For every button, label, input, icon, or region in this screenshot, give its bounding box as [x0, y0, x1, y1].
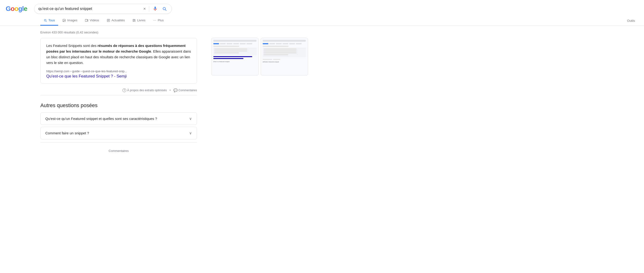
mock-tabs-1	[213, 43, 256, 44]
more-nav-icon	[153, 19, 156, 22]
mock-search-bar-2	[263, 40, 306, 42]
help-circle-icon: ?	[122, 88, 126, 92]
snippet-text-before: Les Featured Snippets sont des	[46, 44, 98, 48]
paa-title: Autres questions posées	[40, 102, 197, 109]
nav-actualites-label: Actualités	[112, 18, 125, 22]
search-icon	[162, 6, 167, 11]
logo-letter-o1: o	[11, 5, 14, 12]
nav-livres-label: Livres	[137, 18, 146, 22]
nav-plus-label: Plus	[158, 18, 164, 22]
main-content: Environ 433 000 résultats (0,42 secondes…	[0, 26, 644, 156]
paa-question-1[interactable]: Comment faire un snippet ? ∨	[40, 127, 197, 139]
logo-letter-g: G	[6, 5, 11, 12]
mock-link-2	[213, 58, 244, 59]
search-bar: ×	[34, 4, 172, 14]
comments-label: Commentaires	[178, 89, 197, 92]
side-image-card-2[interactable]: définition featured snippet	[260, 38, 308, 76]
mock-line-1	[213, 46, 239, 47]
snippet-source-url: https://semji.com › guide › quest-ce-que…	[46, 69, 191, 73]
footer-separator: •	[170, 89, 170, 92]
mock-tab-images	[220, 43, 226, 44]
svg-point-1	[64, 20, 64, 20]
comment-icon: 💬	[174, 88, 178, 92]
header: G o o g l e ×	[0, 0, 644, 16]
mock-link-1	[213, 56, 252, 57]
about-extracts-button[interactable]: ? À propos des extraits optimisés	[122, 88, 167, 92]
paa-question-0-text: Qu'est-ce qu'un Featured snippet et quel…	[45, 117, 157, 121]
search-divider	[149, 6, 149, 11]
mock-tab-more	[246, 43, 252, 44]
nav-item-livres[interactable]: Livres	[129, 16, 149, 25]
nav-images-label: Images	[67, 18, 77, 22]
chevron-down-icon-0: ∨	[189, 116, 192, 121]
search-mic-button[interactable]	[152, 6, 159, 11]
mock-results-box	[213, 48, 256, 55]
mock-result2-line-3	[264, 52, 296, 53]
nav-item-images[interactable]: Images	[59, 16, 81, 25]
mock-tab2-actu	[269, 43, 275, 44]
mock-tabs-2	[263, 43, 306, 44]
search-nav-icon	[44, 19, 47, 22]
chevron-down-icon-1: ∨	[189, 131, 192, 135]
about-extracts-label: À propos des extraits optimisés	[127, 89, 167, 92]
svg-point-7	[154, 20, 154, 21]
close-icon: ×	[143, 6, 146, 11]
mock-footer-line	[263, 59, 272, 60]
books-nav-icon	[132, 19, 136, 22]
snippet-link[interactable]: Qu'est-ce que les Featured Snippet ? - S…	[46, 74, 127, 78]
mock-tab-videos	[226, 43, 232, 44]
comments-button[interactable]: 💬 Commentaires	[174, 88, 197, 92]
snippet-footer: ? À propos des extraits optimisés • 💬 Co…	[40, 86, 197, 92]
nav-tools[interactable]: Outils	[624, 16, 638, 25]
images-nav-icon	[62, 19, 66, 22]
video-nav-icon	[85, 19, 88, 22]
bottom-comments[interactable]: Commentaires	[40, 145, 197, 156]
nav-videos-label: Vidéos	[90, 18, 99, 22]
svg-point-8	[154, 20, 155, 21]
logo-letter-g2: g	[18, 5, 22, 12]
side-image-inner-2: définition featured snippet	[261, 38, 308, 75]
search-submit-button[interactable]	[161, 6, 168, 11]
paa-item-1: Comment faire un snippet ? ∨	[40, 127, 197, 139]
side-image-inner-1: what is a featured snippet	[212, 38, 258, 75]
news-nav-icon	[107, 19, 110, 22]
mock-tab-all	[213, 43, 219, 44]
mock-line-2a	[263, 46, 288, 47]
search-clear-button[interactable]: ×	[142, 7, 147, 11]
paa-question-1-text: Comment faire un snippet ?	[45, 131, 89, 135]
paa-question-0[interactable]: Qu'est-ce qu'un Featured snippet et quel…	[40, 113, 197, 125]
snippet-text: Les Featured Snippets sont des résumés d…	[46, 43, 191, 66]
mock-search-bar-1	[213, 40, 256, 42]
mock-result-line-2	[214, 50, 247, 51]
logo-letter-l: l	[22, 5, 24, 12]
mock-footer-2	[263, 59, 306, 60]
paa-section: Autres questions posées Qu'est-ce qu'un …	[40, 102, 197, 139]
nav-item-videos[interactable]: Vidéos	[82, 16, 102, 25]
mock-tab2-tous	[263, 43, 268, 44]
mock-result2-line-1	[264, 49, 296, 49]
side-image-card-1[interactable]: what is a featured snippet	[211, 38, 259, 76]
results-column: Environ 433 000 résultats (0,42 secondes…	[40, 30, 197, 156]
nav-item-actualites[interactable]: Actualités	[104, 16, 128, 25]
google-logo: G o o g l e	[6, 5, 27, 12]
nav-bar: Tous Images Vidéos Actualités Livres	[0, 16, 644, 26]
mock-tab-shopping	[240, 43, 246, 44]
featured-snippet: Les Featured Snippets sont des résumés d…	[40, 38, 197, 84]
logo-letter-o2: o	[14, 5, 18, 12]
search-input[interactable]	[38, 7, 140, 11]
mock-tab2-images	[276, 43, 282, 44]
mock-result2-line-4	[264, 54, 288, 55]
mock-tab2-plus	[296, 43, 302, 44]
mock-tab2-video	[282, 43, 288, 44]
svg-point-9	[156, 20, 156, 21]
nav-item-plus[interactable]: Plus	[150, 16, 167, 25]
mock-caption-2: définition featured snippet	[263, 61, 306, 62]
mock-result2-line-2	[264, 50, 296, 51]
mock-tab2-shopping	[289, 43, 295, 44]
mock-results-box-2	[263, 48, 306, 57]
nav-item-tous[interactable]: Tous	[40, 16, 58, 25]
bottom-divider	[40, 142, 197, 142]
side-images: what is a featured snippet	[211, 38, 308, 76]
svg-rect-2	[85, 19, 87, 21]
mock-caption-1: what is a featured snippet	[213, 61, 256, 62]
